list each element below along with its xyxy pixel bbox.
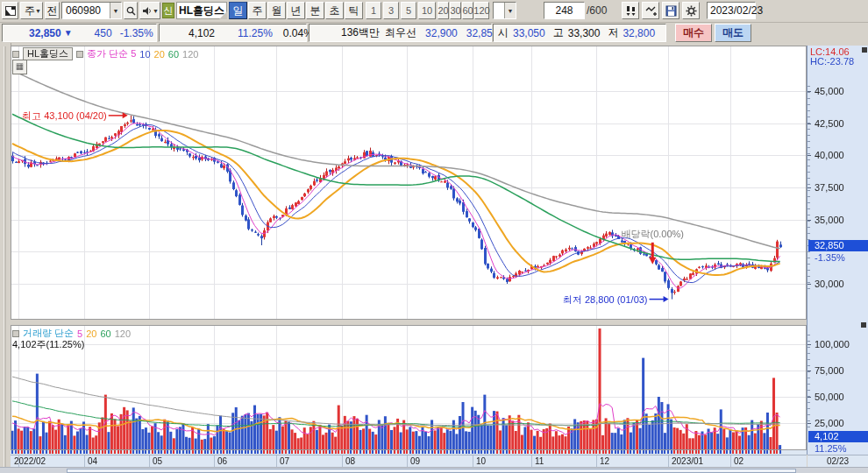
- bar-count-input[interactable]: 248: [544, 2, 585, 19]
- horizontal-scrollbar-thumb[interactable]: [67, 469, 796, 473]
- grid-tool-button[interactable]: ▦: [12, 60, 27, 74]
- date-axis-separator: [18, 455, 19, 468]
- high-label: 고: [553, 25, 564, 40]
- gear-icon: [686, 5, 697, 17]
- chart-settings-button[interactable]: [682, 2, 700, 19]
- window-layout-button[interactable]: [2, 2, 18, 19]
- date-axis-label: 11: [535, 456, 544, 466]
- date-axis-label: 07: [280, 456, 289, 466]
- sound-button[interactable]: ▼: [139, 2, 160, 19]
- legend-vol-ma60: 60: [100, 328, 110, 339]
- prev-stock-button[interactable]: 전: [45, 2, 60, 19]
- price-tick-35000: 35,000: [815, 215, 844, 225]
- trendline-icon: [645, 5, 657, 17]
- best-quote-panel: 136백만 최우선 32,900 32,850: [309, 24, 492, 42]
- legend-ma20: 20: [154, 49, 165, 60]
- price-tick-40000: 40,000: [815, 150, 844, 160]
- date-axis: 2022/020405060708091011122023/0102: [11, 455, 807, 468]
- chevron-down-icon: ▼: [35, 8, 41, 14]
- open-price: 33,050: [513, 27, 545, 39]
- date-axis-separator: [276, 455, 277, 468]
- tab-tick[interactable]: 틱: [345, 2, 363, 19]
- chart-stock-tab[interactable]: HL홀딩스: [23, 47, 73, 60]
- interval-120-button[interactable]: 120: [474, 2, 489, 19]
- interval-combo-dropdown[interactable]: ▼: [504, 3, 516, 18]
- tab-monthly[interactable]: 월: [267, 2, 286, 19]
- tab-second[interactable]: 초: [325, 2, 344, 19]
- date-axis-separator: [596, 455, 597, 468]
- tab-minute[interactable]: 분: [306, 2, 324, 19]
- candlestick-chart-canvas[interactable]: [11, 46, 807, 455]
- date-axis-label: 06: [217, 456, 227, 466]
- stock-code-input[interactable]: 060980 ▼: [61, 2, 122, 19]
- pane-splitter-handle[interactable]: [861, 322, 866, 328]
- chart-period-combo[interactable]: 주 ▼: [20, 2, 43, 19]
- interval-30-button[interactable]: 30: [450, 2, 461, 19]
- low-price: 32,800: [623, 27, 655, 39]
- interval-60-button[interactable]: 60: [462, 2, 473, 19]
- tab-daily[interactable]: 일: [229, 2, 247, 19]
- best-ask: 32,900: [425, 27, 458, 39]
- stock-code-value: 060980: [66, 4, 101, 17]
- date-axis-label: 12: [600, 456, 609, 466]
- legend-vol-ma20: 20: [86, 328, 96, 339]
- price-tick-30000: 30,000: [815, 279, 844, 289]
- axis-corner-date: 02/23: [808, 455, 868, 468]
- split-window-icon: [5, 6, 16, 16]
- interval-10-button[interactable]: 10: [418, 2, 436, 19]
- legend-close-ma5: 종가 단순 5: [87, 47, 136, 60]
- interval-combo[interactable]: ▼: [493, 2, 516, 19]
- axis-corner-handle[interactable]: [862, 47, 867, 53]
- buy-button[interactable]: 매수: [675, 24, 712, 42]
- interval-1-button[interactable]: 1: [366, 2, 381, 19]
- date-axis-separator: [84, 455, 85, 468]
- bar-count-max-label: /600: [587, 2, 607, 19]
- date-axis-label: 10: [476, 456, 486, 466]
- date-axis-separator: [473, 455, 473, 468]
- search-button[interactable]: [124, 2, 138, 19]
- tab-yearly[interactable]: 년: [287, 2, 305, 19]
- stock-code-dropdown[interactable]: ▼: [110, 3, 121, 18]
- volume-axis-minor-ticks: [808, 335, 810, 427]
- current-price: 32,850: [29, 27, 61, 39]
- chart-region: HL홀딩스 종가 단순 5 10 20 60 120 ▦ 거래량 단순 5 20…: [11, 46, 807, 455]
- date-axis-separator: [149, 455, 150, 468]
- price-panel: 32,850 ▼ 450 -1.35%: [2, 24, 157, 42]
- tab-weekly[interactable]: 주: [248, 2, 267, 19]
- horizontal-scrollbar[interactable]: [0, 467, 868, 473]
- date-axis-separator: [342, 455, 343, 468]
- interval-5-button[interactable]: 5: [401, 2, 416, 19]
- date-axis-label: 02: [734, 456, 743, 466]
- legend-ma10: 10: [139, 49, 150, 60]
- legend-volume: 거래량 단순: [23, 327, 74, 340]
- compare-chart-button[interactable]: [622, 2, 639, 19]
- open-label: 시: [498, 25, 509, 40]
- date-axis-label: 04: [88, 456, 97, 466]
- stock-name-field[interactable]: HL홀딩스: [176, 2, 227, 19]
- save-button[interactable]: [662, 2, 679, 19]
- vol-tick-100000: 100,000: [815, 339, 850, 349]
- stock-chart-window: { "ui": {"dropdown_arrow": "▼", "grid_ic…: [0, 0, 868, 473]
- high-price: 33,300: [568, 27, 601, 39]
- candles-compare-icon: [625, 5, 637, 17]
- bullet-icon: [76, 51, 83, 58]
- low-label: 저: [608, 25, 618, 40]
- interval-20-button[interactable]: 20: [438, 2, 449, 19]
- vol-tick-50000: 50,000: [815, 392, 844, 402]
- best-quote-label: 최우선: [385, 25, 416, 40]
- trade-amount: 136백만: [341, 25, 380, 40]
- new-stock-badge: 신: [162, 3, 174, 18]
- trendline-tool-button[interactable]: [642, 2, 659, 19]
- sell-button[interactable]: 매도: [715, 24, 751, 42]
- volume-ratio-badge: 11.25%: [815, 443, 847, 454]
- date-axis-separator: [668, 455, 669, 468]
- today-volume-badge: 4,102: [808, 431, 868, 442]
- date-axis-label: 09: [410, 456, 420, 466]
- interval-3-button[interactable]: 3: [383, 2, 399, 19]
- quote-bar: 32,850 ▼ 450 -1.35% 4,102 11.25% 0.04% 1…: [0, 23, 868, 43]
- chart-date-input[interactable]: 2023/02/23: [707, 2, 756, 19]
- current-price-badge: 32,850: [808, 240, 868, 251]
- price-change-pct: -1.35%: [120, 27, 153, 39]
- date-axis-separator: [214, 455, 215, 468]
- speaker-icon: [142, 6, 152, 16]
